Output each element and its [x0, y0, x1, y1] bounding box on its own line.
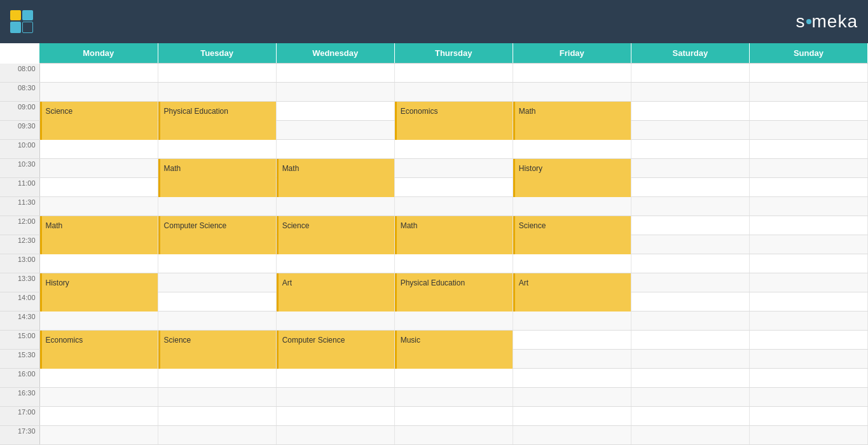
time-label: 17:00	[0, 407, 39, 426]
calendar-cell	[749, 254, 867, 273]
calendar-cell	[749, 407, 867, 426]
calendar-cell	[631, 197, 749, 216]
time-label: 17:30	[0, 426, 39, 445]
calendar-cell	[276, 64, 394, 83]
calendar-cell	[631, 407, 749, 426]
calendar-cell	[631, 64, 749, 83]
calendar-cell	[513, 407, 631, 426]
calendar-cell	[276, 83, 394, 102]
calendar-wrap[interactable]: MondayTuesdayWednesdayThursdayFridaySatu…	[0, 43, 868, 445]
time-row: 08:30	[0, 83, 868, 102]
calendar-cell	[158, 369, 276, 388]
calendar-cell	[276, 407, 394, 426]
day-header-friday: Friday	[513, 43, 631, 64]
calendar-cell	[276, 426, 394, 445]
calendar-cell	[749, 159, 867, 178]
calendar-cell	[276, 369, 394, 388]
calendar-cell	[631, 426, 749, 445]
calendar-cell	[631, 178, 749, 197]
event-block: Science	[513, 216, 631, 254]
calendar-cell	[749, 426, 867, 445]
day-header-monday: Monday	[39, 43, 158, 64]
calendar-cell	[749, 216, 867, 235]
calendar-cell: History	[39, 273, 158, 292]
calendar-cell: Science	[276, 216, 394, 235]
calendar-cell: Math	[39, 216, 158, 235]
calendar-cell	[39, 254, 158, 273]
calendar-cell	[513, 254, 631, 273]
calendar-cell: Math	[276, 159, 394, 178]
time-label: 16:00	[0, 369, 39, 388]
day-header-tuesday: Tuesday	[158, 43, 276, 64]
calendar-cell: Economics	[39, 331, 158, 350]
event-block: Math	[395, 216, 513, 254]
time-label: 14:30	[0, 312, 39, 331]
time-label: 13:00	[0, 254, 39, 273]
calendar-cell	[39, 369, 158, 388]
calendar-cell	[631, 369, 749, 388]
calendar-cell	[39, 140, 158, 159]
event-block: History	[40, 273, 158, 312]
calendar-cell	[749, 102, 867, 121]
event-block: Math	[158, 159, 276, 197]
time-row: 14:30	[0, 312, 868, 331]
calendar-cell	[39, 407, 158, 426]
calendar-cell	[276, 312, 394, 331]
time-row: 09:00SciencePhysical EducationEconomicsM…	[0, 102, 868, 121]
calendar-cell	[39, 64, 158, 83]
event-block: History	[513, 159, 631, 197]
calendar-cell	[513, 331, 631, 350]
event-block: Physical Education	[395, 273, 513, 312]
calendar-cell	[158, 426, 276, 445]
time-header-spacer	[0, 43, 39, 64]
calendar-cell: Math	[513, 102, 631, 121]
event-block: Science	[40, 102, 158, 140]
time-row: 11:00	[0, 178, 868, 197]
calendar-cell	[394, 426, 513, 445]
calendar-cell	[39, 159, 158, 178]
calendar-cell	[631, 312, 749, 331]
day-header-sunday: Sunday	[749, 43, 867, 64]
calendar-cell	[749, 140, 867, 159]
time-row: 15:00EconomicsScienceComputer ScienceMus…	[0, 331, 868, 350]
calendar-cell	[513, 140, 631, 159]
calendar-cell	[276, 140, 394, 159]
calendar-cell	[513, 64, 631, 83]
calendar-cell	[631, 83, 749, 102]
time-label: 08:00	[0, 64, 39, 83]
calendar-cell	[631, 159, 749, 178]
time-row: 13:30HistoryArtPhysical EducationArt	[0, 273, 868, 292]
time-row: 16:00	[0, 369, 868, 388]
logo-icon	[10, 10, 33, 33]
calendar-cell	[276, 254, 394, 273]
time-row: 10:00	[0, 140, 868, 159]
calendar-cell	[631, 388, 749, 407]
calendar-cell	[749, 331, 867, 350]
calendar-cell	[631, 216, 749, 235]
calendar-cell	[394, 83, 513, 102]
calendar-cell	[394, 178, 513, 197]
event-block: Science	[158, 331, 276, 369]
event-block: Computer Science	[277, 331, 394, 369]
event-block: Physical Education	[158, 102, 276, 140]
time-label: 13:30	[0, 273, 39, 292]
calendar-cell	[749, 197, 867, 216]
time-label: 09:30	[0, 121, 39, 140]
calendar-cell	[631, 235, 749, 254]
calendar-cell	[158, 83, 276, 102]
calendar-cell	[749, 83, 867, 102]
time-row: 13:00	[0, 254, 868, 273]
calendar-cell	[158, 312, 276, 331]
calendar-cell	[513, 83, 631, 102]
calendar-cell	[749, 350, 867, 369]
calendar-cell: Art	[276, 273, 394, 292]
event-block: Economics	[395, 102, 513, 140]
calendar-cell	[276, 121, 394, 140]
calendar-cell	[158, 197, 276, 216]
time-label: 14:00	[0, 292, 39, 312]
calendar-cell: Physical Education	[394, 273, 513, 292]
time-row: 11:30	[0, 197, 868, 216]
brand-logo: smeka	[796, 11, 858, 32]
calendar-cell	[394, 407, 513, 426]
calendar-cell	[39, 312, 158, 331]
